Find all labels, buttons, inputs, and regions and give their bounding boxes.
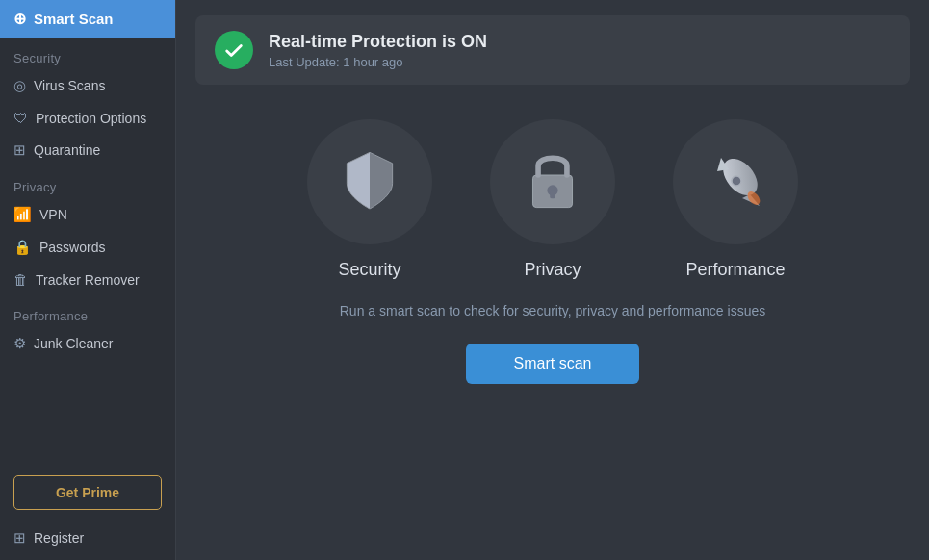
sidebar: ⊕ Smart Scan Security ◎ Virus Scans 🛡 Pr… bbox=[0, 0, 176, 560]
main-content: Real-time Protection is ON Last Update: … bbox=[176, 0, 929, 560]
performance-label: Performance bbox=[685, 260, 785, 280]
protection-options-icon: 🛡 bbox=[13, 110, 28, 126]
status-bar: Real-time Protection is ON Last Update: … bbox=[195, 15, 910, 85]
tracker-remover-icon: 🗑 bbox=[13, 271, 28, 288]
sidebar-section-security: Security bbox=[0, 38, 175, 69]
sidebar-item-protection-options[interactable]: 🛡 Protection Options bbox=[0, 102, 175, 134]
smart-scan-icon: ⊕ bbox=[13, 10, 26, 28]
junk-cleaner-icon: ⚙ bbox=[13, 335, 26, 352]
register-icon: ⊞ bbox=[13, 529, 26, 547]
smart-scan-button[interactable]: Smart scan bbox=[466, 344, 640, 384]
sidebar-item-quarantine[interactable]: ⊞ Quarantine bbox=[0, 134, 175, 166]
vpn-icon: 📶 bbox=[13, 206, 32, 223]
status-subtitle: Last Update: 1 hour ago bbox=[269, 55, 487, 69]
lock-icon bbox=[524, 148, 581, 216]
svg-rect-2 bbox=[550, 191, 555, 198]
get-prime-button[interactable]: Get Prime bbox=[13, 475, 162, 510]
sidebar-section-privacy: Privacy bbox=[0, 166, 175, 198]
checkmark-icon bbox=[223, 39, 245, 61]
performance-circle bbox=[673, 119, 798, 244]
feature-performance[interactable]: Performance bbox=[673, 119, 798, 280]
svg-point-6 bbox=[732, 176, 741, 186]
quarantine-icon: ⊞ bbox=[13, 141, 26, 159]
security-label: Security bbox=[338, 260, 400, 280]
sidebar-item-passwords[interactable]: 🔒 Passwords bbox=[0, 231, 175, 264]
sidebar-item-virus-scans[interactable]: ◎ Virus Scans bbox=[0, 69, 175, 102]
passwords-icon: 🔒 bbox=[13, 239, 32, 256]
virus-scans-icon: ◎ bbox=[13, 77, 26, 94]
status-text: Real-time Protection is ON Last Update: … bbox=[269, 32, 487, 69]
feature-privacy[interactable]: Privacy bbox=[490, 119, 615, 280]
shield-icon bbox=[336, 148, 403, 216]
security-circle bbox=[307, 119, 432, 244]
sidebar-item-junk-cleaner[interactable]: ⚙ Junk Cleaner bbox=[0, 327, 175, 360]
status-title: Real-time Protection is ON bbox=[269, 32, 487, 52]
privacy-circle bbox=[490, 119, 615, 244]
sidebar-item-register[interactable]: ⊞ Register bbox=[0, 520, 175, 560]
sidebar-item-smart-scan[interactable]: ⊕ Smart Scan bbox=[0, 0, 175, 38]
status-check-circle bbox=[215, 31, 253, 69]
feature-security[interactable]: Security bbox=[307, 119, 432, 280]
features-section: Security Privacy bbox=[195, 119, 910, 280]
privacy-label: Privacy bbox=[524, 260, 581, 280]
sidebar-item-vpn[interactable]: 📶 VPN bbox=[0, 198, 175, 231]
rocket-icon bbox=[702, 148, 769, 216]
sidebar-item-tracker-remover[interactable]: 🗑 Tracker Remover bbox=[0, 264, 175, 295]
sidebar-section-performance: Performance bbox=[0, 295, 175, 327]
scan-description: Run a smart scan to check for security, … bbox=[195, 303, 910, 318]
